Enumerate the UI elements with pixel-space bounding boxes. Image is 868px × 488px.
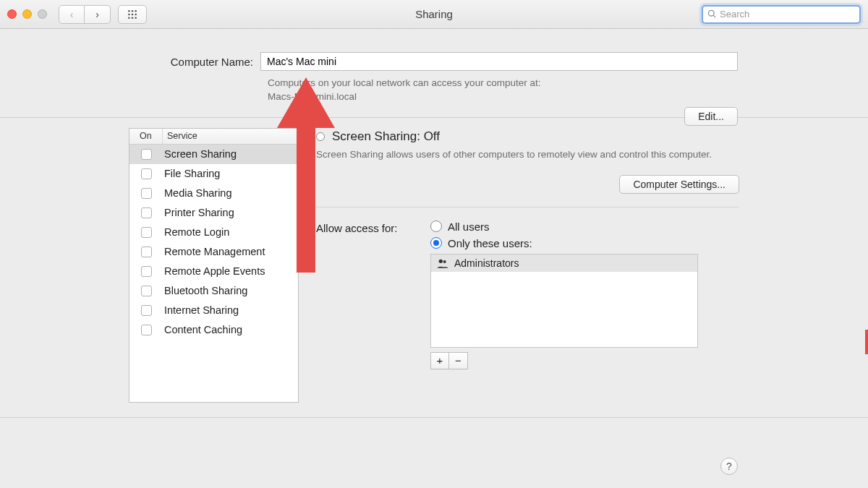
svg-point-6	[128, 17, 130, 19]
service-checkbox[interactable]	[141, 168, 152, 179]
column-service[interactable]: Service	[163, 129, 298, 144]
service-row[interactable]: Content Caching	[129, 320, 298, 340]
radio-icon	[430, 221, 442, 232]
chevron-right-icon: ›	[95, 9, 99, 20]
list-item[interactable]: Administrators	[431, 254, 697, 272]
divider	[316, 207, 739, 207]
forward-button[interactable]: ›	[85, 5, 111, 24]
radio-only-these-users[interactable]: Only these users:	[430, 237, 739, 249]
column-on[interactable]: On	[129, 129, 163, 144]
service-row[interactable]: Remote Apple Events	[129, 262, 298, 281]
services-table: On Service Screen SharingFile SharingMed…	[129, 128, 299, 403]
svg-point-9	[439, 259, 443, 262]
service-detail: Screen Sharing: Off Screen Sharing allow…	[316, 128, 739, 403]
service-checkbox[interactable]	[141, 207, 152, 218]
close-window-button[interactable]	[7, 9, 17, 19]
search-field[interactable]	[702, 5, 861, 24]
service-checkbox[interactable]	[141, 305, 152, 316]
svg-point-5	[135, 13, 137, 15]
svg-point-8	[135, 17, 137, 19]
chevron-left-icon: ‹	[70, 9, 74, 20]
service-row[interactable]: Printer Sharing	[129, 203, 298, 223]
service-checkbox[interactable]	[141, 286, 152, 296]
window-controls	[7, 9, 47, 19]
service-label: Internet Sharing	[163, 304, 298, 316]
service-label: Remote Login	[163, 226, 298, 238]
allowed-users-list[interactable]: Administrators	[430, 254, 698, 348]
remove-user-button[interactable]: −	[449, 352, 468, 369]
user-name: Administrators	[454, 257, 519, 269]
computer-settings-button[interactable]: Computer Settings...	[619, 175, 739, 194]
svg-point-0	[128, 10, 130, 12]
minimize-window-button[interactable]	[22, 9, 32, 19]
service-row[interactable]: Remote Login	[129, 223, 298, 242]
computer-name-label: Computer Name:	[130, 56, 260, 68]
minus-icon: −	[455, 354, 461, 367]
search-icon	[707, 9, 717, 19]
service-row[interactable]: File Sharing	[129, 164, 298, 184]
service-row[interactable]: Remote Management	[129, 242, 298, 262]
service-row[interactable]: Internet Sharing	[129, 301, 298, 320]
service-checkbox[interactable]	[141, 227, 152, 238]
service-status-title: Screen Sharing: Off	[332, 129, 440, 144]
show-all-button[interactable]	[118, 5, 147, 24]
add-user-button[interactable]: +	[430, 352, 449, 369]
radio-only-these-label: Only these users:	[448, 237, 532, 249]
service-label: Content Caching	[163, 324, 298, 335]
svg-point-3	[128, 13, 130, 15]
help-icon: ?	[726, 461, 732, 472]
service-row[interactable]: Bluetooth Sharing	[129, 281, 298, 301]
service-label: File Sharing	[163, 168, 298, 179]
window-titlebar: ‹ › Sharing	[0, 0, 868, 29]
svg-point-4	[132, 13, 134, 15]
service-label: Screen Sharing	[163, 148, 298, 160]
service-checkbox[interactable]	[141, 247, 152, 257]
radio-all-users-label: All users	[448, 221, 490, 233]
services-header: On Service	[129, 129, 298, 145]
radio-all-users[interactable]: All users	[430, 221, 739, 233]
back-button[interactable]: ‹	[59, 5, 85, 24]
status-indicator-icon	[316, 132, 325, 141]
annotation-edge-marker	[865, 330, 868, 354]
service-checkbox[interactable]	[141, 325, 152, 335]
svg-point-2	[135, 10, 137, 12]
computer-name-input[interactable]	[260, 52, 738, 71]
help-button[interactable]: ?	[720, 458, 738, 475]
service-label: Media Sharing	[163, 187, 298, 199]
svg-point-1	[132, 10, 134, 12]
service-row[interactable]: Screen Sharing	[129, 145, 298, 164]
service-checkbox[interactable]	[141, 149, 152, 160]
computer-name-section: Computer Name: Computers on your local n…	[0, 29, 868, 118]
sharing-main: On Service Screen SharingFile SharingMed…	[0, 118, 868, 418]
add-remove-controls: + −	[430, 352, 739, 369]
service-label: Bluetooth Sharing	[163, 285, 298, 296]
service-description: Screen Sharing allows users of other com…	[316, 148, 739, 162]
zoom-window-button[interactable]	[38, 9, 47, 19]
plus-icon: +	[437, 354, 443, 367]
nav-back-forward: ‹ ›	[59, 5, 111, 24]
service-label: Remote Apple Events	[163, 265, 298, 277]
computer-name-note: Computers on your local network can acce…	[268, 77, 738, 104]
radio-icon	[430, 237, 442, 249]
edit-hostname-button[interactable]: Edit...	[684, 107, 738, 126]
allow-access-label: Allow access for:	[316, 221, 425, 369]
users-icon	[437, 258, 448, 268]
service-label: Printer Sharing	[163, 207, 298, 218]
svg-point-10	[443, 260, 446, 263]
service-label: Remote Management	[163, 246, 298, 257]
grid-icon	[127, 9, 137, 20]
svg-point-7	[132, 17, 134, 19]
search-input[interactable]	[720, 9, 855, 20]
service-row[interactable]: Media Sharing	[129, 184, 298, 203]
service-checkbox[interactable]	[141, 188, 152, 199]
service-checkbox[interactable]	[141, 266, 152, 277]
